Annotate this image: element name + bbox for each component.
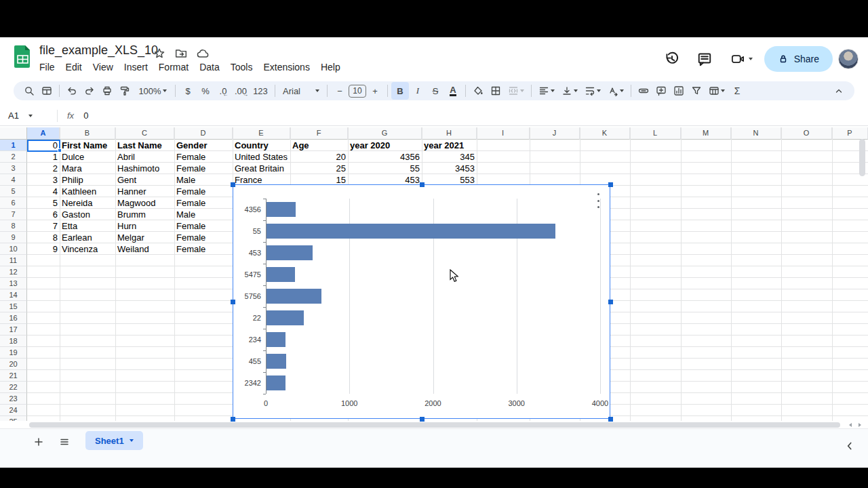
row-header-16[interactable]: 16 xyxy=(0,312,27,324)
comment-history-icon[interactable] xyxy=(691,45,718,73)
column-header-G[interactable]: G xyxy=(348,127,422,140)
cell-B3[interactable]: Mara xyxy=(60,163,115,174)
cell-B10[interactable]: Vincenza xyxy=(60,243,115,255)
column-header-K[interactable]: K xyxy=(580,127,630,140)
chart-bar[interactable] xyxy=(267,310,304,325)
cell-A3[interactable]: 2 xyxy=(27,163,60,174)
decrease-font-size-button[interactable]: − xyxy=(331,82,349,100)
paint-format-icon[interactable] xyxy=(116,82,134,100)
row-header-9[interactable]: 9 xyxy=(0,232,27,243)
cell-A4[interactable]: 3 xyxy=(27,174,60,186)
merge-cells-icon[interactable] xyxy=(505,82,528,100)
chart-bar[interactable] xyxy=(267,289,321,304)
share-button[interactable]: Share xyxy=(764,46,833,72)
cell-G2[interactable]: 4356 xyxy=(348,151,422,163)
row-header-15[interactable]: 15 xyxy=(0,301,27,312)
column-header-M[interactable]: M xyxy=(681,127,731,140)
horizontal-scrollbar[interactable] xyxy=(0,421,868,428)
redo-icon[interactable] xyxy=(81,82,98,100)
vertical-align-icon[interactable] xyxy=(558,82,581,100)
column-header-A[interactable]: A xyxy=(27,127,60,140)
row-header-6[interactable]: 6 xyxy=(0,197,27,209)
cell-B7[interactable]: Gaston xyxy=(60,209,115,220)
insert-link-icon[interactable] xyxy=(635,82,652,100)
cell-E1[interactable]: Country xyxy=(233,140,290,151)
row-header-19[interactable]: 19 xyxy=(0,347,27,359)
cell-B5[interactable]: Kathleen xyxy=(60,186,115,197)
cell-A2[interactable]: 1 xyxy=(27,151,60,163)
chart-resize-handle[interactable] xyxy=(608,300,613,304)
cell-D10[interactable]: Female xyxy=(174,243,233,255)
search-menus-icon[interactable] xyxy=(20,82,38,100)
print-icon[interactable] xyxy=(98,82,116,100)
version-history-icon[interactable] xyxy=(658,45,686,73)
cell-C2[interactable]: Abril xyxy=(115,151,174,163)
cell-A10[interactable]: 9 xyxy=(27,243,60,255)
column-header-I[interactable]: I xyxy=(477,127,530,140)
italic-button[interactable]: I xyxy=(409,82,427,100)
menu-item-edit[interactable]: Edit xyxy=(60,59,87,75)
cell-F2[interactable]: 20 xyxy=(290,151,348,163)
chart-bar[interactable] xyxy=(267,267,295,282)
sheet-tab-sheet1[interactable]: Sheet1 xyxy=(85,431,143,450)
fill-handle[interactable] xyxy=(58,148,62,152)
cell-H1[interactable]: year 2021 xyxy=(422,140,477,151)
cell-C9[interactable]: Melgar xyxy=(115,232,174,243)
cell-F3[interactable]: 25 xyxy=(290,163,348,174)
chart-bar[interactable] xyxy=(267,375,285,390)
insert-comment-icon[interactable] xyxy=(652,82,670,100)
row-header-21[interactable]: 21 xyxy=(0,370,27,382)
cell-D4[interactable]: Male xyxy=(174,174,233,186)
create-filter-icon[interactable] xyxy=(688,82,705,100)
row-header-2[interactable]: 2 xyxy=(0,151,27,163)
menu-item-format[interactable]: Format xyxy=(153,59,194,75)
insert-chart-icon[interactable] xyxy=(670,82,688,100)
chart-bar[interactable] xyxy=(267,202,296,217)
row-header-12[interactable]: 12 xyxy=(0,266,27,278)
vertical-scrollbar[interactable] xyxy=(859,139,865,176)
chart-bar[interactable] xyxy=(267,224,555,239)
chart-bar[interactable] xyxy=(267,332,285,347)
cell-B9[interactable]: Earlean xyxy=(60,232,115,243)
cell-A9[interactable]: 8 xyxy=(27,232,60,243)
document-title[interactable]: file_example_XLS_10 xyxy=(39,43,158,58)
more-formats-button[interactable]: 123 xyxy=(250,82,271,100)
increase-font-size-button[interactable]: + xyxy=(366,82,384,100)
chart-bar[interactable] xyxy=(267,354,286,369)
cell-C10[interactable]: Weiland xyxy=(115,243,174,255)
column-header-O[interactable]: O xyxy=(781,127,832,140)
fill-color-icon[interactable] xyxy=(469,82,487,100)
cell-B6[interactable]: Nereida xyxy=(60,197,115,209)
row-header-1[interactable]: 1 xyxy=(0,140,27,151)
select-all-corner[interactable] xyxy=(0,127,27,140)
scroll-right-icon[interactable] xyxy=(859,423,861,427)
cell-C1[interactable]: Last Name xyxy=(115,140,174,151)
row-header-25[interactable]: 25 xyxy=(0,416,27,421)
cell-A8[interactable]: 7 xyxy=(27,220,60,232)
row-header-7[interactable]: 7 xyxy=(0,209,27,220)
row-header-22[interactable]: 22 xyxy=(0,382,27,393)
show-side-panel-icon[interactable] xyxy=(841,437,859,455)
menu-item-file[interactable]: File xyxy=(34,59,60,75)
cell-D9[interactable]: Female xyxy=(174,232,233,243)
row-header-20[interactable]: 20 xyxy=(0,359,27,370)
cell-B4[interactable]: Philip xyxy=(60,174,115,186)
row-header-11[interactable]: 11 xyxy=(0,255,27,266)
join-call-icon[interactable] xyxy=(724,45,759,73)
horizontal-align-icon[interactable] xyxy=(535,82,558,100)
chart-resize-handle[interactable] xyxy=(608,417,613,422)
menu-item-help[interactable]: Help xyxy=(315,59,346,75)
column-header-C[interactable]: C xyxy=(115,127,174,140)
cell-C4[interactable]: Gent xyxy=(115,174,174,186)
row-header-17[interactable]: 17 xyxy=(0,324,27,336)
column-header-F[interactable]: F xyxy=(290,127,348,140)
row-header-14[interactable]: 14 xyxy=(0,289,27,301)
column-header-D[interactable]: D xyxy=(174,127,233,140)
chart-resize-handle[interactable] xyxy=(608,182,613,187)
horizontal-scrollbar-thumb[interactable] xyxy=(29,422,840,428)
cell-D6[interactable]: Female xyxy=(174,197,233,209)
cell-A5[interactable]: 4 xyxy=(27,186,60,197)
cell-D1[interactable]: Gender xyxy=(174,140,233,151)
row-header-24[interactable]: 24 xyxy=(0,405,27,416)
cell-B1[interactable]: First Name xyxy=(60,140,115,151)
